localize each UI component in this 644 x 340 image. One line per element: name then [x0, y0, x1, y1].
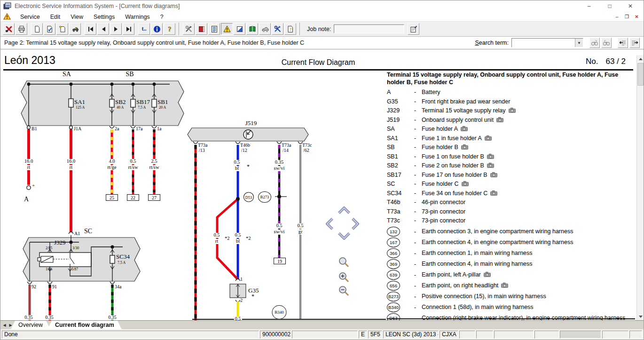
menu-warnings[interactable]: Warnings [120, 13, 155, 21]
notes-button[interactable] [234, 23, 245, 35]
legend-description: 73-pin connector [422, 208, 635, 216]
vertical-scrollbar[interactable] [636, 55, 644, 320]
document-list-button[interactable] [208, 23, 220, 35]
next-page-button[interactable] [110, 23, 122, 35]
tab-current-flow-diagram[interactable]: Current flow diagram [47, 321, 122, 329]
pan-down-button[interactable] [337, 232, 351, 242]
diagram-label: *2 [225, 236, 230, 241]
warnings-button[interactable] [221, 23, 233, 35]
exit-button[interactable] [3, 23, 15, 35]
legend-dash: - [414, 271, 422, 278]
job-note-edit-button[interactable] [408, 23, 419, 35]
legend-description: Earth connection 4, in main wiring harne… [422, 260, 635, 268]
menu-settings[interactable]: Settings [88, 13, 120, 21]
print-button[interactable] [16, 23, 27, 35]
jump-to-list-button[interactable] [618, 38, 628, 48]
previous-page-button[interactable] [97, 23, 109, 35]
search-dropdown-button[interactable]: ▼ [575, 39, 583, 47]
find-previous-button[interactable] [601, 38, 612, 48]
zoom-out-button[interactable] [338, 285, 350, 299]
legend-code: SA [387, 125, 414, 132]
diagram-label: 5/87 [71, 268, 78, 271]
diagram-label: 0.5 [129, 159, 137, 164]
legend-row-sc: SC-Fuse holder C [387, 180, 635, 190]
terminal-button[interactable]: t.. [138, 23, 150, 35]
legend-dash: - [414, 134, 422, 142]
camera-icon[interactable] [490, 190, 497, 196]
diagram-label: 16.0 [66, 159, 76, 164]
track-reference-box[interactable]: 19 [274, 258, 286, 264]
new-document-button[interactable] [31, 23, 43, 35]
pan-left-button[interactable] [326, 217, 334, 233]
help-button[interactable]: ? [164, 23, 175, 35]
document-help-button[interactable]: ? [284, 23, 296, 35]
diagram-label: /13 [199, 148, 205, 153]
camera-icon[interactable] [509, 108, 516, 113]
info-button[interactable] [151, 23, 163, 35]
legend-row-366: 366-Earth connection 1, in main wiring h… [387, 248, 635, 259]
new-note-button[interactable] [56, 23, 68, 35]
legend-code: J519 [387, 116, 414, 123]
menu-[interactable]: ? [155, 13, 169, 21]
camera-icon[interactable] [487, 154, 494, 159]
service-book-button[interactable] [246, 23, 258, 35]
jump-from-list-button[interactable] [629, 38, 640, 48]
camera-icon[interactable] [487, 163, 494, 168]
page-text: Terminal 15 voltage supply relay, Onboar… [26, 40, 304, 46]
camera-icon[interactable] [484, 272, 491, 277]
mdi-minimize-button[interactable]: – [613, 13, 621, 20]
camera-icon[interactable] [462, 181, 469, 186]
diagram-label: 3/30 [72, 246, 79, 250]
zoom-tool-button[interactable] [338, 256, 350, 270]
zoom-in-button[interactable] [338, 271, 350, 285]
track-reference-box[interactable]: 22 [127, 194, 139, 201]
mdi-close-button[interactable]: ✕ [633, 13, 641, 20]
tab-scroll-left-button[interactable]: ◀ [1, 321, 8, 329]
track-reference-box[interactable]: 27 [148, 194, 160, 201]
minimize-button[interactable]: – [579, 1, 599, 11]
legend-row-t46b: T46b-46-pin connector [387, 198, 635, 208]
scrollbar-thumb[interactable] [637, 63, 644, 86]
first-page-button[interactable] [85, 23, 96, 35]
diagram-label: SB1 [157, 99, 168, 105]
maximize-button[interactable]: □ [599, 1, 620, 11]
legend-row-b340: B340-Connection 1 (58d), in main wiring … [387, 302, 635, 313]
tab-overview[interactable]: Overview [11, 321, 50, 329]
pan-up-button[interactable] [337, 206, 351, 216]
vehicle-data-button[interactable] [259, 23, 271, 35]
menu-service[interactable]: Service [15, 13, 45, 21]
legend-row-sb: SB-Fuse holder B [387, 143, 635, 153]
menu-edit[interactable]: Edit [45, 13, 66, 21]
diagram-label: /12 [241, 148, 247, 153]
tools-button[interactable] [183, 23, 195, 35]
mdi-restore-button[interactable]: ❐ [623, 13, 631, 20]
diagram-label: SB [126, 71, 134, 78]
edit-document-button[interactable] [44, 23, 55, 35]
camera-icon[interactable] [501, 283, 508, 288]
legend-dash: - [414, 162, 422, 169]
status-bar: Done 9000000027E5F5LEON SC (3d) 2013 ->C… [0, 329, 644, 340]
camera-icon[interactable] [461, 144, 468, 150]
job-note-input[interactable] [334, 24, 404, 33]
pan-right-button[interactable] [351, 217, 359, 233]
camera-icon[interactable] [496, 117, 503, 122]
camera-icon[interactable] [490, 172, 497, 177]
last-page-button[interactable] [123, 23, 134, 35]
legend-dash: - [414, 304, 422, 311]
find-next-button[interactable] [589, 38, 600, 48]
repair-manual-button[interactable] [196, 23, 207, 35]
close-button[interactable]: ✕ [620, 1, 641, 11]
diagram-label: 0.35 [107, 315, 118, 320]
vehicle-button[interactable] [69, 23, 81, 35]
track-reference-box[interactable]: 25 [106, 194, 118, 201]
menu-view[interactable]: View [65, 13, 88, 21]
camera-icon[interactable] [461, 126, 468, 131]
search-term-input[interactable] [512, 39, 575, 47]
camera-icon[interactable] [485, 135, 492, 141]
scroll-down-button[interactable] [637, 313, 644, 320]
scroll-up-button[interactable] [637, 55, 644, 63]
diagram-label: 0.5 [296, 223, 304, 229]
workshop-button[interactable] [272, 23, 283, 35]
legend-description: 46-pin connector [422, 198, 635, 206]
status-panel-12 [629, 331, 642, 339]
